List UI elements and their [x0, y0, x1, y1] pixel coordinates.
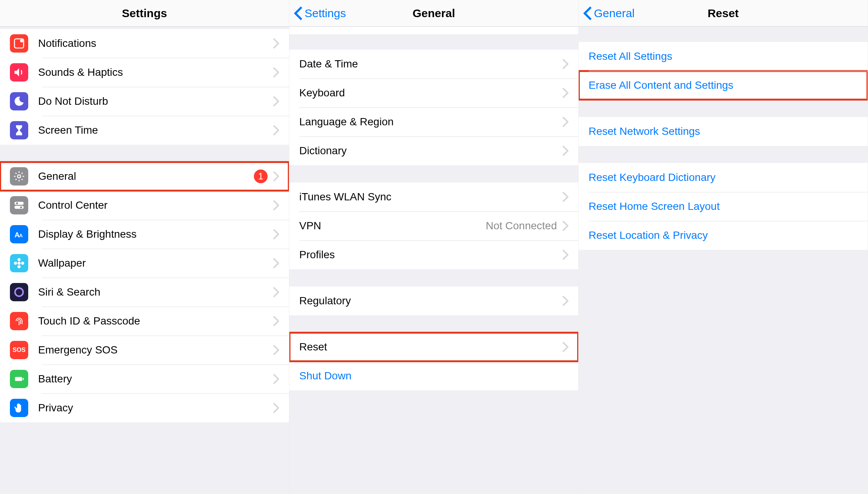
- chevron-right-icon: [273, 229, 279, 240]
- svg-rect-4: [14, 206, 24, 209]
- nav-title: Settings: [0, 7, 289, 20]
- general-list: Date & Time Keyboard Language & Region D…: [289, 27, 578, 494]
- row-label: Keyboard: [299, 87, 562, 99]
- row-label: Date & Time: [299, 58, 562, 70]
- row-wallpaper[interactable]: Wallpaper: [0, 249, 289, 278]
- row-vpn[interactable]: VPN Not Connected: [289, 211, 578, 240]
- sos-icon: SOS: [10, 341, 28, 359]
- row-date-time[interactable]: Date & Time: [289, 50, 578, 78]
- row-label: Reset All Settings: [589, 50, 858, 62]
- fingerprint-icon: [10, 312, 28, 330]
- row-privacy[interactable]: Privacy: [0, 393, 289, 422]
- row-label: Reset Location & Privacy: [589, 229, 858, 241]
- chevron-right-icon: [273, 374, 279, 384]
- row-label: Reset: [299, 341, 562, 353]
- row-label: General: [38, 170, 254, 182]
- svg-point-11: [18, 265, 21, 268]
- siri-icon: [10, 283, 28, 301]
- chevron-right-icon: [562, 192, 568, 202]
- flower-icon: [10, 254, 28, 272]
- chevron-left-icon: [294, 6, 302, 20]
- chevron-right-icon: [273, 345, 279, 355]
- nav-back-label: Settings: [305, 7, 346, 20]
- svg-point-12: [14, 262, 17, 265]
- settings-list: Notifications Sounds & Haptics Do Not Di…: [0, 27, 289, 494]
- nav-back-button[interactable]: General: [579, 6, 635, 20]
- chevron-right-icon: [273, 316, 279, 326]
- svg-point-14: [15, 288, 23, 296]
- row-label: Shut Down: [299, 370, 568, 382]
- nav-header: General Reset: [579, 0, 868, 27]
- row-label: VPN: [299, 220, 486, 232]
- row-profiles[interactable]: Profiles: [289, 240, 578, 269]
- row-notifications[interactable]: Notifications: [0, 29, 289, 58]
- row-value: Not Connected: [486, 220, 557, 232]
- chevron-right-icon: [562, 296, 568, 306]
- row-language[interactable]: Language & Region: [289, 107, 578, 136]
- text-size-icon: AA: [10, 225, 28, 243]
- row-control-center[interactable]: Control Center: [0, 191, 289, 220]
- chevron-right-icon: [273, 96, 279, 107]
- row-label: Reset Network Settings: [589, 125, 858, 137]
- row-display[interactable]: AA Display & Brightness: [0, 220, 289, 249]
- row-label: Reset Home Screen Layout: [589, 200, 858, 213]
- row-reset[interactable]: Reset: [289, 333, 578, 361]
- hourglass-icon: [10, 121, 28, 139]
- general-panel: Settings General Date & Time Keyboard La…: [289, 0, 579, 494]
- nav-header: Settings General: [289, 0, 578, 27]
- svg-point-5: [16, 202, 18, 204]
- chevron-right-icon: [562, 249, 568, 260]
- row-label: Touch ID & Passcode: [38, 315, 273, 327]
- svg-point-2: [18, 175, 21, 178]
- reset-list: Reset All Settings Erase All Content and…: [579, 27, 868, 494]
- row-reset-location-privacy[interactable]: Reset Location & Privacy: [579, 221, 868, 250]
- row-label: Profiles: [299, 249, 562, 261]
- row-label: Control Center: [38, 199, 273, 211]
- chevron-right-icon: [273, 287, 279, 297]
- chevron-right-icon: [273, 200, 279, 211]
- sounds-icon: [10, 63, 28, 82]
- row-reset-home-layout[interactable]: Reset Home Screen Layout: [579, 192, 868, 221]
- row-siri[interactable]: Siri & Search: [0, 278, 289, 307]
- row-keyboard[interactable]: Keyboard: [289, 78, 578, 107]
- chevron-right-icon: [562, 145, 568, 156]
- row-screentime[interactable]: Screen Time: [0, 116, 289, 145]
- notification-badge: 1: [254, 169, 268, 183]
- row-label: Sounds & Haptics: [38, 66, 273, 78]
- hand-icon: [10, 399, 28, 417]
- row-reset-all-settings[interactable]: Reset All Settings: [579, 42, 868, 71]
- nav-back-label: General: [594, 7, 635, 20]
- row-sos[interactable]: SOS Emergency SOS: [0, 336, 289, 365]
- row-itunes-sync[interactable]: iTunes WLAN Sync: [289, 182, 578, 211]
- chevron-right-icon: [562, 221, 568, 231]
- row-label: Do Not Disturb: [38, 95, 273, 107]
- svg-text:A: A: [19, 233, 23, 238]
- row-reset-network[interactable]: Reset Network Settings: [579, 117, 868, 146]
- moon-icon: [10, 92, 28, 110]
- row-label: Regulatory: [299, 295, 562, 307]
- row-reset-keyboard-dict[interactable]: Reset Keyboard Dictionary: [579, 163, 868, 192]
- row-dictionary[interactable]: Dictionary: [289, 136, 578, 165]
- nav-back-button[interactable]: Settings: [289, 6, 346, 20]
- row-label: Reset Keyboard Dictionary: [589, 171, 858, 184]
- svg-rect-16: [22, 378, 24, 380]
- row-sounds[interactable]: Sounds & Haptics: [0, 58, 289, 87]
- chevron-right-icon: [562, 88, 568, 98]
- nav-header: Settings: [0, 0, 289, 27]
- row-label: Display & Brightness: [38, 228, 273, 240]
- row-regulatory[interactable]: Regulatory: [289, 286, 578, 315]
- row-label: Screen Time: [38, 124, 273, 136]
- svg-point-1: [20, 39, 23, 42]
- row-dnd[interactable]: Do Not Disturb: [0, 87, 289, 116]
- row-general[interactable]: General 1: [0, 162, 289, 191]
- row-touchid[interactable]: Touch ID & Passcode: [0, 307, 289, 336]
- chevron-right-icon: [273, 67, 279, 78]
- row-shut-down[interactable]: Shut Down: [289, 361, 578, 390]
- chevron-right-icon: [273, 38, 279, 49]
- row-erase-all[interactable]: Erase All Content and Settings: [579, 71, 868, 100]
- chevron-right-icon: [273, 403, 279, 413]
- svg-point-6: [20, 206, 22, 208]
- row-label: iTunes WLAN Sync: [299, 191, 562, 203]
- chevron-right-icon: [562, 117, 568, 127]
- row-battery[interactable]: Battery: [0, 365, 289, 393]
